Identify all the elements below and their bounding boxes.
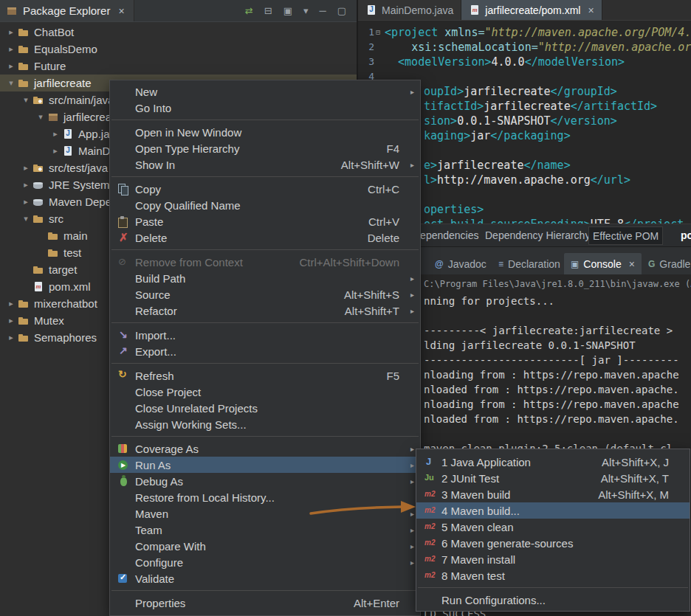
- tree-expanded-icon[interactable]: ▾: [4, 78, 18, 88]
- menu-item-properties[interactable]: PropertiesAlt+Enter: [110, 595, 420, 611]
- menu-item-copy-qualified-name[interactable]: Copy Qualified Name: [110, 197, 420, 213]
- menu-item-2-junit-test[interactable]: 2 JUnit TestAlt+Shift+X, T: [416, 470, 690, 486]
- code-segment: jarfilecreate: [484, 100, 570, 113]
- editor-tab-maindemo-java[interactable]: MainDemo.java: [358, 0, 461, 20]
- menu-icon-blank: [116, 305, 131, 316]
- console-tab-javadoc[interactable]: @Javadoc: [428, 253, 493, 274]
- editor-tab-jarfilecreate-pom-xml[interactable]: jarfilecreate/pom.xml×: [461, 0, 602, 20]
- tree-collapsed-icon[interactable]: ▸: [4, 61, 18, 71]
- menu-item-coverage-as[interactable]: Coverage As▸: [110, 440, 420, 457]
- menu-item-restore-from-local-history[interactable]: Restore from Local History...: [110, 489, 420, 505]
- menu-item-debug-as[interactable]: Debug As▸: [110, 473, 420, 489]
- menu-item-team[interactable]: Team▸: [110, 522, 420, 538]
- menu-item-open-in-new-window[interactable]: Open in New Window: [110, 124, 420, 140]
- menu-item-6-maven-generate-sources[interactable]: 6 Maven generate-sources: [416, 535, 690, 551]
- menu-item-close-project[interactable]: Close Project: [110, 384, 420, 400]
- link-with-editor-icon[interactable]: ⇄: [245, 0, 253, 22]
- menu-item-validate[interactable]: Validate: [110, 570, 420, 586]
- menu-item-run-as[interactable]: Run As▸: [110, 457, 420, 473]
- menu-item-import[interactable]: Import...: [110, 327, 420, 343]
- menu-item-delete[interactable]: DeleteDelete: [110, 229, 420, 246]
- menu-icon-blank: [116, 159, 131, 170]
- tree-item-label: Mutex: [34, 314, 64, 327]
- tree-collapsed-icon[interactable]: ▸: [4, 316, 18, 325]
- maximize-icon[interactable]: ▢: [337, 0, 346, 22]
- view-menu-icon[interactable]: ▾: [303, 0, 309, 22]
- menu-item-go-into[interactable]: Go Into: [110, 100, 420, 116]
- pom-tab-dependency-hierarchy[interactable]: Dependency Hierarchy: [481, 224, 594, 246]
- menu-item-build-path[interactable]: Build Path▸: [110, 270, 420, 286]
- menu-item-show-in[interactable]: Show InAlt+Shift+W▸: [110, 156, 420, 173]
- menu-shortcut: Alt+Shift+W: [341, 159, 405, 171]
- close-icon[interactable]: ×: [629, 258, 635, 270]
- menu-item-refactor[interactable]: RefactorAlt+Shift+T▸: [110, 302, 420, 319]
- menu-item-maven[interactable]: Maven▸: [110, 505, 420, 522]
- tree-expanded-icon[interactable]: ▾: [19, 214, 32, 224]
- tree-collapsed-icon[interactable]: ▸: [19, 180, 32, 190]
- package-explorer-tab[interactable]: Package Explorer ×: [0, 0, 134, 21]
- menu-item-label: Maven: [135, 508, 168, 520]
- tree-item-label: EqualsDemo: [34, 43, 97, 55]
- menu-item-5-maven-clean[interactable]: 5 Maven clean: [416, 519, 690, 535]
- menu-item-4-maven-build[interactable]: 4 Maven build...: [416, 502, 690, 519]
- menu-icon-blank: [116, 386, 131, 398]
- tree-expanded-icon[interactable]: ▾: [19, 95, 32, 105]
- project-icon: [18, 60, 30, 72]
- console-line: lding jarfilecreate 0.0.1-SNAPSHOT: [424, 338, 636, 353]
- tree-collapsed-icon[interactable]: ▸: [19, 197, 32, 207]
- minimize-icon[interactable]: ─: [319, 0, 326, 22]
- menu-item-3-maven-build[interactable]: 3 Maven buildAlt+Shift+X, M: [416, 486, 690, 502]
- tree-item-future[interactable]: ▸Future: [0, 58, 357, 75]
- tree-collapsed-icon[interactable]: ▸: [19, 163, 32, 173]
- fold-marker-icon[interactable]: ⊟: [376, 25, 380, 40]
- code-segment: tifactId>: [424, 100, 484, 113]
- tree-collapsed-icon[interactable]: ▸: [4, 333, 18, 342]
- menu-icon-blank: [422, 594, 437, 606]
- tree-collapsed-icon[interactable]: ▸: [4, 299, 18, 308]
- menu-item-new[interactable]: New▸: [110, 83, 420, 100]
- code-segment: </project.build.s: [624, 218, 691, 224]
- menu-item-run-configurations[interactable]: Run Configurations...: [416, 592, 690, 608]
- menu-item-1-java-application[interactable]: 1 Java ApplicationAlt+Shift+X, J: [416, 454, 690, 470]
- menu-item-label: Compare With: [135, 540, 206, 553]
- console-tab-declaration[interactable]: ≡Declaration: [492, 253, 567, 274]
- tree-item-label: ChatBot: [34, 26, 74, 38]
- menu-item-copy[interactable]: CopyCtrl+C: [110, 181, 420, 197]
- pom-tab-pom-xml[interactable]: pom.xml: [677, 224, 691, 246]
- collapse-all-icon[interactable]: ⊟: [264, 0, 272, 22]
- tree-collapsed-icon[interactable]: ▸: [49, 129, 62, 139]
- console-tab-gradle-tasks[interactable]: GGradle Tasks: [642, 253, 691, 274]
- console-tab-label: Declaration: [508, 258, 560, 270]
- menu-shortcut: Alt+Shift+S: [344, 288, 405, 301]
- menu-item-assign-working-sets[interactable]: Assign Working Sets...: [110, 416, 420, 432]
- menu-icon-blank: [116, 199, 131, 211]
- console-tab-console[interactable]: ▣Console×: [564, 253, 642, 274]
- tree-expanded-icon[interactable]: ▾: [34, 112, 47, 122]
- menu-item-7-maven-install[interactable]: 7 Maven install: [416, 551, 690, 567]
- menu-item-open-type-hierarchy[interactable]: Open Type HierarchyF4: [110, 140, 420, 156]
- menu-item-configure[interactable]: Configure▸: [110, 554, 420, 570]
- console-line: nloading from : https://repo.maven.apach…: [424, 397, 679, 412]
- menu-item-close-unrelated-projects[interactable]: Close Unrelated Projects: [110, 400, 420, 416]
- filter-icon[interactable]: ▣: [283, 0, 292, 22]
- tree-collapsed-icon[interactable]: ▸: [49, 146, 62, 156]
- menu-item-remove-from-context[interactable]: Remove from ContextCtrl+Alt+Shift+Down: [110, 254, 420, 270]
- menu-item-refresh[interactable]: RefreshF5: [110, 367, 420, 384]
- menu-item-source[interactable]: SourceAlt+Shift+S▸: [110, 286, 420, 302]
- tree-item-chatbot[interactable]: ▸ChatBot: [0, 24, 357, 41]
- tree-collapsed-icon[interactable]: ▸: [4, 44, 18, 54]
- run-icon: [116, 459, 131, 471]
- tree-collapsed-icon[interactable]: ▸: [4, 27, 18, 37]
- menu-shortcut: Alt+Shift+T: [345, 305, 405, 317]
- menu-icon-blank: [116, 540, 131, 552]
- close-icon[interactable]: ×: [588, 4, 594, 16]
- pom-tab-effective-pom[interactable]: Effective POM: [588, 226, 663, 245]
- xmlfile-icon: [32, 281, 44, 293]
- close-icon[interactable]: ×: [118, 5, 124, 17]
- menu-item-compare-with[interactable]: Compare With▸: [110, 538, 420, 554]
- tree-item-equalsdemo[interactable]: ▸EqualsDemo: [0, 41, 357, 58]
- menu-item-8-maven-test[interactable]: 8 Maven test: [416, 567, 690, 584]
- menu-item-export[interactable]: Export...: [110, 343, 420, 359]
- import-icon: [116, 329, 131, 341]
- menu-item-paste[interactable]: PasteCtrl+V: [110, 213, 420, 229]
